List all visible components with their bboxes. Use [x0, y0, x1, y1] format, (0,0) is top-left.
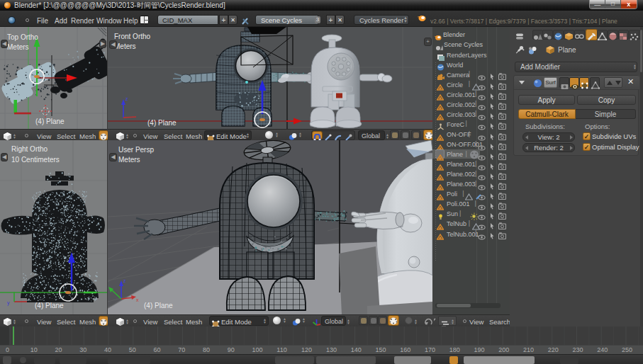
- svg-text:y: y: [7, 300, 10, 306]
- svg-text:x: x: [136, 297, 139, 302]
- svg-text:z: z: [125, 96, 128, 101]
- svg-text:z: z: [123, 278, 126, 283]
